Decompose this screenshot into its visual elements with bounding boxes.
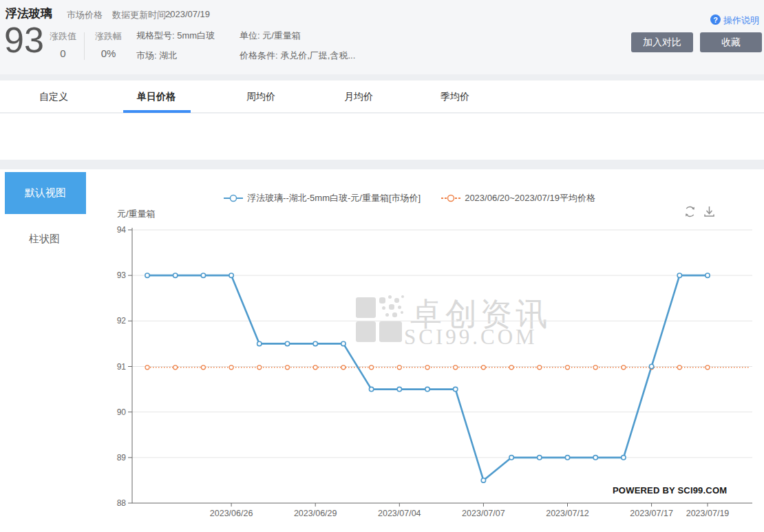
tab-daily-price[interactable]: 单日价格 <box>137 91 176 103</box>
svg-text:2023/07/04: 2023/07/04 <box>378 509 421 518</box>
svg-text:91: 91 <box>117 362 127 372</box>
condition-info: 价格条件: 承兑价,厂提,含税... <box>240 50 355 62</box>
question-icon[interactable]: ? <box>710 14 721 25</box>
divider <box>84 32 85 60</box>
svg-text:2023/07/19: 2023/07/19 <box>686 509 730 518</box>
svg-text:2023/06/29: 2023/06/29 <box>294 509 337 518</box>
market-info: 市场: 湖北 <box>136 50 177 62</box>
svg-text:90: 90 <box>117 407 127 417</box>
update-time-value: 2023/07/19 <box>165 9 210 19</box>
favorite-button[interactable]: 收藏 <box>700 32 762 52</box>
change-pct-label: 涨跌幅 <box>95 30 122 43</box>
help-link[interactable]: 操作说明 <box>723 14 759 27</box>
spec-info: 规格型号: 5mm白玻 <box>136 30 215 42</box>
category-label: 市场价格 <box>67 9 103 21</box>
svg-text:2023/07/17: 2023/07/17 <box>630 509 673 518</box>
svg-text:2023/07/12: 2023/07/12 <box>546 509 589 518</box>
page-title: 浮法玻璃 <box>6 6 52 21</box>
active-tab-underline <box>123 110 191 113</box>
tab-custom[interactable]: 自定义 <box>39 91 68 103</box>
svg-text:89: 89 <box>117 453 127 462</box>
unit-info: 单位: 元/重量箱 <box>240 30 301 42</box>
price-line-chart: 888990919293942023/06/262023/06/292023/0… <box>0 169 764 532</box>
svg-text:88: 88 <box>117 498 127 508</box>
svg-text:93: 93 <box>117 270 127 280</box>
current-price: 93 <box>4 22 44 58</box>
svg-text:92: 92 <box>117 316 127 326</box>
change-value: 0 <box>50 47 76 59</box>
tab-quarterly-avg[interactable]: 季均价 <box>441 91 469 103</box>
tab-monthly-avg[interactable]: 月均价 <box>344 91 373 103</box>
svg-text:2023/06/26: 2023/06/26 <box>210 509 253 518</box>
tabs-bar: 自定义 单日价格 周均价 月均价 季均价 <box>0 81 764 113</box>
chart-panel: 默认视图 柱状图 浮法玻璃--湖北-5mm白玻-元/重量箱[市场价] 2023/… <box>0 169 764 532</box>
page-header: 浮法玻璃 市场价格 数据更新时间： 2023/07/19 93 涨跌值 0 涨跌… <box>0 0 764 74</box>
add-compare-button[interactable]: 加入对比 <box>631 32 693 52</box>
filter-bar: 时间周期 1个月 3个月 1年 2023/06/20 至 2023/07/20 … <box>0 114 764 160</box>
svg-text:2023/07/07: 2023/07/07 <box>462 509 505 518</box>
svg-text:94: 94 <box>117 225 127 235</box>
change-pct: 0% <box>95 47 122 59</box>
change-value-label: 涨跌值 <box>50 30 76 43</box>
tab-weekly-avg[interactable]: 周均价 <box>246 91 275 103</box>
